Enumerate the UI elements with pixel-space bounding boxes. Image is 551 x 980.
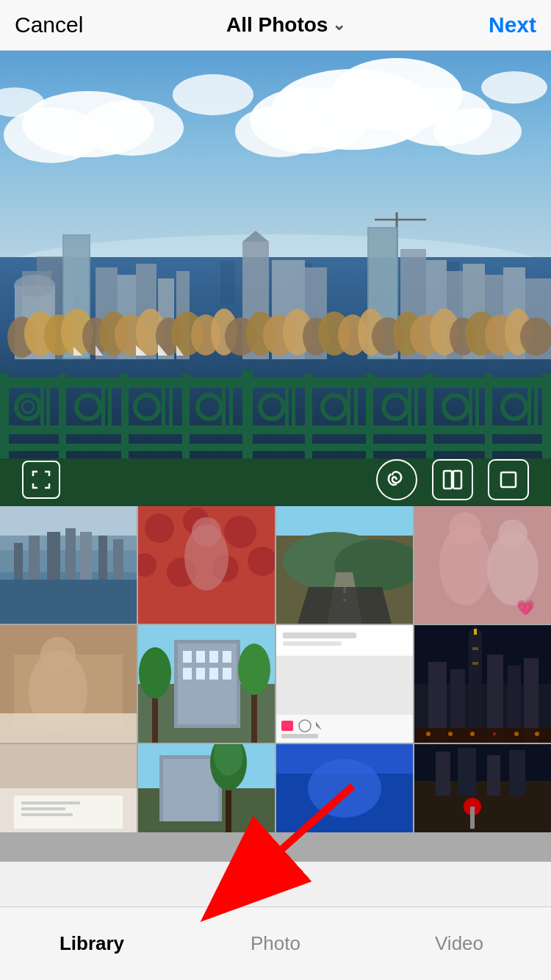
grid-cell[interactable]	[138, 506, 275, 624]
svg-rect-90	[305, 374, 312, 462]
svg-point-207	[448, 732, 453, 736]
svg-rect-168	[0, 625, 137, 743]
svg-rect-83	[0, 425, 551, 434]
svg-rect-82	[0, 378, 551, 388]
svg-point-210	[514, 732, 519, 736]
svg-point-184	[238, 644, 270, 695]
svg-point-76	[520, 317, 551, 356]
svg-point-209	[493, 732, 496, 735]
svg-point-101	[323, 395, 346, 419]
tab-photo[interactable]: Photo	[184, 932, 367, 955]
svg-rect-106	[46, 387, 50, 431]
svg-point-102	[383, 395, 407, 419]
svg-rect-199	[474, 629, 477, 635]
svg-rect-162	[414, 506, 551, 624]
preview-toolbar	[0, 459, 551, 500]
grid-cell[interactable]	[0, 625, 137, 743]
svg-rect-125	[501, 472, 516, 487]
grid-cell[interactable]	[276, 744, 413, 832]
svg-point-103	[444, 395, 467, 419]
svg-rect-113	[285, 387, 289, 431]
svg-rect-108	[108, 387, 112, 431]
tab-library[interactable]: Library	[0, 932, 184, 955]
photo-grid: 💗	[0, 506, 551, 862]
svg-rect-174	[196, 651, 205, 663]
grid-cell[interactable]: 💗	[414, 506, 551, 624]
svg-rect-116	[354, 387, 358, 431]
svg-rect-221	[163, 759, 218, 821]
svg-rect-124	[453, 471, 461, 489]
svg-point-182	[139, 647, 171, 699]
single-photo-icon[interactable]	[488, 459, 529, 500]
svg-rect-114	[292, 387, 295, 431]
svg-rect-107	[101, 387, 105, 431]
svg-rect-186	[276, 625, 413, 655]
next-button[interactable]: Next	[489, 12, 536, 37]
svg-rect-216	[21, 807, 65, 810]
svg-rect-173	[183, 651, 192, 663]
svg-rect-117	[408, 387, 411, 431]
svg-rect-93	[485, 374, 492, 462]
svg-rect-122	[534, 387, 538, 431]
svg-rect-91	[366, 374, 373, 462]
svg-rect-178	[196, 668, 205, 680]
svg-rect-130	[29, 536, 40, 587]
svg-rect-176	[223, 651, 231, 663]
svg-rect-132	[65, 528, 76, 587]
svg-rect-111	[222, 387, 226, 431]
svg-rect-85	[0, 374, 9, 462]
svg-rect-109	[162, 387, 165, 431]
expand-button[interactable]	[22, 461, 60, 499]
svg-rect-148	[138, 506, 275, 624]
svg-point-211	[535, 732, 539, 736]
svg-rect-179	[209, 668, 218, 680]
svg-rect-94	[542, 374, 551, 462]
svg-rect-205	[414, 728, 551, 743]
svg-rect-133	[80, 532, 92, 587]
svg-point-97	[76, 395, 100, 419]
svg-point-8	[81, 100, 184, 156]
tab-bar: Library Photo Video	[0, 907, 551, 980]
svg-point-98	[135, 395, 159, 419]
svg-rect-201	[472, 662, 478, 665]
svg-rect-121	[527, 387, 531, 431]
svg-rect-229	[414, 781, 551, 832]
nav-title-text: All Photos	[226, 13, 328, 37]
svg-rect-131	[47, 532, 60, 587]
svg-point-208	[470, 732, 475, 736]
tab-video[interactable]: Video	[367, 932, 551, 955]
chevron-down-icon: ⌄	[332, 15, 345, 35]
grid-cell[interactable]	[0, 744, 137, 832]
photo-preview	[0, 51, 551, 506]
svg-point-5	[433, 108, 522, 155]
svg-point-104	[503, 395, 526, 419]
grid-cell[interactable]	[414, 744, 551, 832]
cancel-button[interactable]: Cancel	[15, 12, 83, 37]
grid-cell[interactable]	[138, 625, 275, 743]
svg-rect-188	[283, 641, 342, 646]
layout-split-icon[interactable]	[432, 459, 473, 500]
svg-rect-235	[470, 807, 475, 829]
grid-cell[interactable]	[138, 744, 275, 832]
svg-rect-88	[182, 374, 190, 462]
grid-cell[interactable]	[276, 506, 413, 624]
svg-rect-115	[347, 387, 350, 431]
grid-cell[interactable]	[0, 506, 137, 624]
svg-rect-112	[229, 387, 233, 431]
svg-rect-187	[283, 633, 356, 638]
svg-rect-177	[183, 668, 192, 680]
svg-rect-87	[121, 374, 129, 462]
boomerang-icon[interactable]	[376, 459, 417, 500]
svg-rect-230	[436, 752, 450, 796]
svg-rect-120	[475, 387, 479, 431]
svg-point-100	[260, 395, 284, 419]
svg-rect-232	[487, 755, 500, 796]
svg-rect-180	[223, 668, 231, 680]
svg-rect-175	[209, 651, 218, 663]
grid-cell[interactable]	[276, 625, 413, 743]
nav-title[interactable]: All Photos ⌄	[226, 13, 345, 37]
svg-point-96	[22, 401, 34, 413]
svg-point-227	[308, 759, 381, 818]
grid-cell[interactable]	[414, 625, 551, 743]
svg-point-206	[426, 732, 431, 736]
